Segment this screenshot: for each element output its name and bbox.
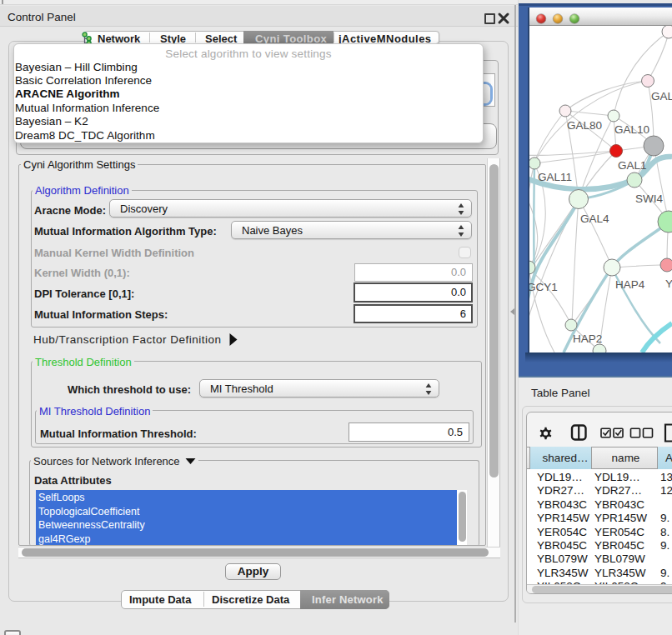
svg-text:GAL4: GAL4 xyxy=(580,212,609,225)
svg-text:GAL7: GAL7 xyxy=(651,90,672,102)
svg-text:GAL10: GAL10 xyxy=(614,123,649,136)
svg-text:GCY1: GCY1 xyxy=(529,281,558,293)
svg-text:Y: Y xyxy=(665,278,672,290)
svg-text:GAL1: GAL1 xyxy=(618,159,647,172)
svg-text:SWI4: SWI4 xyxy=(635,192,663,205)
svg-text:GAL11: GAL11 xyxy=(538,171,572,183)
svg-text:HAP2: HAP2 xyxy=(573,332,602,345)
svg-text:GAL80: GAL80 xyxy=(567,119,602,132)
svg-text:HAP4: HAP4 xyxy=(615,278,645,291)
